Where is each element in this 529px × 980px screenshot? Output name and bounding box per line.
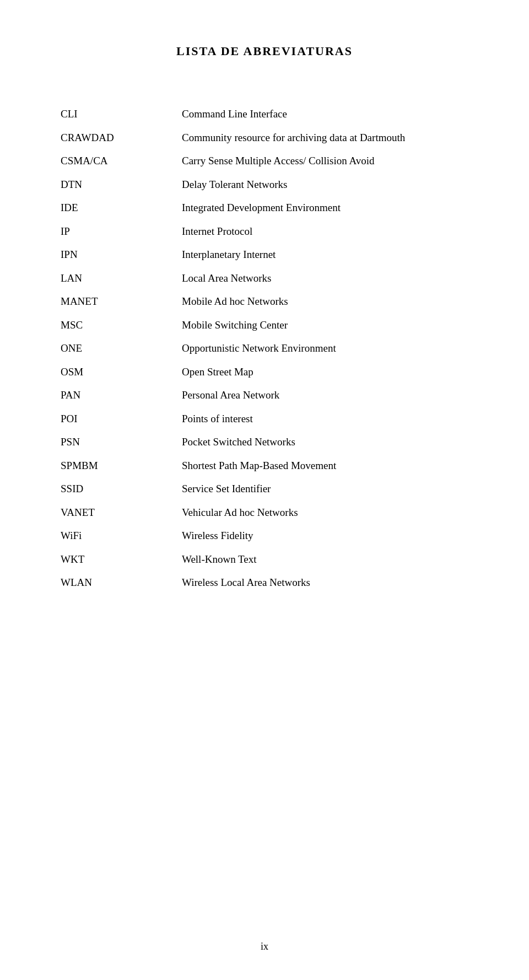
abbreviation-cell: POI [55, 407, 176, 431]
definition-cell: Mobile Ad hoc Networks [176, 290, 474, 314]
abbreviation-cell: SSID [55, 477, 176, 501]
abbreviation-cell: SPMBM [55, 454, 176, 478]
definition-cell: Command Line Interface [176, 103, 474, 126]
abbreviation-cell: OSM [55, 360, 176, 384]
definition-cell: Interplanetary Internet [176, 243, 474, 267]
definition-cell: Points of interest [176, 407, 474, 431]
definition-cell: Open Street Map [176, 360, 474, 384]
definition-cell: Personal Area Network [176, 384, 474, 407]
table-row: VANETVehicular Ad hoc Networks [55, 501, 474, 525]
definition-cell: Well-Known Text [176, 548, 474, 572]
definition-cell: Vehicular Ad hoc Networks [176, 501, 474, 525]
definition-cell: Wireless Fidelity [176, 524, 474, 548]
abbreviation-cell: CRAWDAD [55, 126, 176, 150]
abbreviation-cell: IDE [55, 196, 176, 220]
abbreviation-cell: WLAN [55, 571, 176, 595]
abbreviation-cell: ONE [55, 337, 176, 360]
abbreviation-cell: DTN [55, 173, 176, 197]
table-row: PSNPocket Switched Networks [55, 430, 474, 454]
table-row: ONEOpportunistic Network Environment [55, 337, 474, 360]
table-row: OSMOpen Street Map [55, 360, 474, 384]
abbreviation-cell: MANET [55, 290, 176, 314]
definition-cell: Wireless Local Area Networks [176, 571, 474, 595]
table-row: CLICommand Line Interface [55, 103, 474, 126]
table-row: CSMA/CACarry Sense Multiple Access/ Coll… [55, 149, 474, 173]
definition-cell: Opportunistic Network Environment [176, 337, 474, 360]
definition-cell: Mobile Switching Center [176, 314, 474, 337]
abbreviation-cell: IP [55, 220, 176, 244]
page-number: ix [261, 941, 268, 952]
definition-cell: Community resource for archiving data at… [176, 126, 474, 150]
table-row: SPMBMShortest Path Map-Based Movement [55, 454, 474, 478]
definition-cell: Integrated Development Environment [176, 196, 474, 220]
abbreviation-cell: CSMA/CA [55, 149, 176, 173]
abbreviation-cell: CLI [55, 103, 176, 126]
abbreviation-cell: PSN [55, 430, 176, 454]
abbreviation-cell: IPN [55, 243, 176, 267]
table-row: SSIDService Set Identifier [55, 477, 474, 501]
abbreviation-cell: WKT [55, 548, 176, 572]
definition-cell: Internet Protocol [176, 220, 474, 244]
table-row: DTNDelay Tolerant Networks [55, 173, 474, 197]
definition-cell: Shortest Path Map-Based Movement [176, 454, 474, 478]
definition-cell: Local Area Networks [176, 267, 474, 290]
abbreviation-cell: MSC [55, 314, 176, 337]
abbreviation-cell: LAN [55, 267, 176, 290]
definition-cell: Pocket Switched Networks [176, 430, 474, 454]
page-title: LISTA DE ABREVIATURAS [55, 44, 474, 58]
table-row: IPInternet Protocol [55, 220, 474, 244]
table-row: IPNInterplanetary Internet [55, 243, 474, 267]
table-row: WiFiWireless Fidelity [55, 524, 474, 548]
definition-cell: Carry Sense Multiple Access/ Collision A… [176, 149, 474, 173]
table-row: IDEIntegrated Development Environment [55, 196, 474, 220]
table-row: POIPoints of interest [55, 407, 474, 431]
table-row: LANLocal Area Networks [55, 267, 474, 290]
abbreviation-cell: WiFi [55, 524, 176, 548]
table-row: PANPersonal Area Network [55, 384, 474, 407]
table-row: MSCMobile Switching Center [55, 314, 474, 337]
table-row: CRAWDADCommunity resource for archiving … [55, 126, 474, 150]
table-row: MANETMobile Ad hoc Networks [55, 290, 474, 314]
definition-cell: Service Set Identifier [176, 477, 474, 501]
definition-cell: Delay Tolerant Networks [176, 173, 474, 197]
table-row: WLANWireless Local Area Networks [55, 571, 474, 595]
table-row: WKTWell-Known Text [55, 548, 474, 572]
abbreviation-cell: VANET [55, 501, 176, 525]
abbreviation-cell: PAN [55, 384, 176, 407]
page-container: LISTA DE ABREVIATURAS CLICommand Line In… [0, 0, 529, 980]
abbreviations-table: CLICommand Line InterfaceCRAWDADCommunit… [55, 103, 474, 595]
